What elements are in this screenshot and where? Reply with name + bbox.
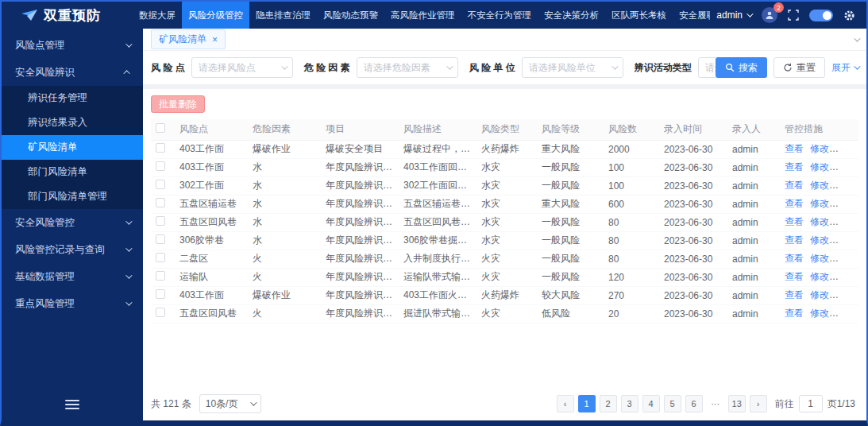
- top-nav-item[interactable]: 安全决策分析: [538, 2, 605, 29]
- page-button[interactable]: 13: [728, 395, 746, 412]
- page-button[interactable]: 6: [685, 395, 703, 412]
- page-button[interactable]: 5: [664, 395, 681, 412]
- fullscreen-icon[interactable]: [788, 10, 799, 21]
- action-edit[interactable]: 修改: [810, 180, 829, 191]
- sidebar-item[interactable]: 辨识任务管理: [2, 86, 143, 110]
- action-edit[interactable]: 修改: [810, 308, 829, 319]
- top-nav-item[interactable]: 高风险作业管理: [384, 2, 461, 29]
- row-actions: 查看修改删除: [780, 286, 858, 304]
- action-view[interactable]: 查看: [785, 234, 804, 246]
- sidebar-group[interactable]: 风险点管理: [2, 32, 143, 59]
- tab-mine-risk-list[interactable]: 矿风险清单 ×: [151, 29, 226, 49]
- row-checkbox[interactable]: [156, 198, 165, 207]
- filter-select[interactable]: 请选择风险点: [191, 57, 293, 78]
- action-view[interactable]: 查看: [785, 143, 804, 154]
- sidebar-item-active[interactable]: 矿风险清单: [2, 135, 143, 160]
- page-size-select[interactable]: 10条/页: [199, 394, 261, 413]
- cell: 水灾: [476, 213, 537, 231]
- page-button[interactable]: 1: [578, 395, 596, 412]
- action-edit[interactable]: 修改: [810, 234, 829, 246]
- cell: 五盘区回风巷掘进...: [399, 213, 476, 231]
- row-actions: 查看修改删除: [780, 268, 858, 286]
- row-checkbox[interactable]: [156, 143, 165, 153]
- cell: 600: [604, 195, 659, 213]
- expand-link[interactable]: 展开: [831, 61, 858, 75]
- select-all-checkbox[interactable]: [156, 123, 165, 133]
- cell: 水: [248, 195, 321, 213]
- action-view[interactable]: 查看: [785, 308, 804, 319]
- row-checkbox[interactable]: [156, 161, 165, 171]
- action-edit[interactable]: 修改: [810, 271, 829, 282]
- top-nav-item[interactable]: 风险动态预警: [317, 2, 384, 29]
- batch-delete-button[interactable]: 批量删除: [151, 95, 205, 113]
- next-page-button[interactable]: ›: [750, 395, 767, 412]
- filter-actions: 搜索 重置 展开: [716, 57, 858, 78]
- row-checkbox[interactable]: [156, 180, 165, 189]
- action-edit[interactable]: 修改: [810, 253, 829, 264]
- action-edit[interactable]: 修改: [810, 198, 829, 209]
- search-button[interactable]: 搜索: [716, 57, 767, 78]
- top-nav-item[interactable]: 区队两长考核: [605, 2, 673, 29]
- avatar[interactable]: 2: [762, 7, 777, 23]
- page-button[interactable]: 4: [642, 395, 660, 412]
- cell: 火: [248, 268, 321, 286]
- sidebar-item[interactable]: 部门风险清单: [2, 160, 143, 184]
- sidebar-item[interactable]: 辨识结果录入: [2, 110, 143, 135]
- sidebar-collapse-button[interactable]: [62, 397, 83, 412]
- select-placeholder: 请选择辨识活动类型: [705, 61, 716, 75]
- theme-toggle[interactable]: [809, 10, 833, 21]
- top-nav-item[interactable]: 风险分级管控: [182, 2, 249, 29]
- table-row: 五盘区辅运巷水年度风险辨识评估...五盘区辅运巷掘进...水灾重大风险60020…: [151, 195, 858, 213]
- action-view[interactable]: 查看: [785, 216, 804, 227]
- row-checkbox[interactable]: [156, 253, 165, 262]
- action-view[interactable]: 查看: [785, 289, 804, 300]
- chevron-down-icon: [611, 63, 618, 69]
- sidebar-group[interactable]: 基础数据管理: [2, 263, 143, 290]
- chevron-down-icon: [446, 63, 453, 69]
- prev-page-button[interactable]: ‹: [557, 395, 574, 412]
- row-checkbox[interactable]: [156, 271, 165, 281]
- sidebar-group[interactable]: 重点风险管理: [2, 290, 143, 317]
- top-header: 双重预防 数据大屏风险分级管控隐患排查治理风险动态预警高风险作业管理不安全行为管…: [2, 2, 866, 29]
- sidebar-group-label: 安全风险管控: [15, 216, 75, 230]
- row-checkbox[interactable]: [156, 308, 165, 317]
- sidebar-item[interactable]: 部门风险清单管理: [2, 184, 143, 209]
- action-view[interactable]: 查看: [785, 271, 804, 282]
- cell: 270: [604, 286, 659, 304]
- top-nav-item[interactable]: 数据大屏: [133, 2, 182, 29]
- row-checkbox[interactable]: [156, 289, 165, 299]
- top-nav-item[interactable]: 不安全行为管理: [461, 2, 538, 29]
- action-edit[interactable]: 修改: [810, 216, 829, 227]
- sidebar-group[interactable]: 安全风险管控: [2, 209, 143, 236]
- action-view[interactable]: 查看: [785, 198, 804, 209]
- goto-page-input[interactable]: [799, 395, 823, 412]
- filter-select[interactable]: 请选择风险单位: [522, 57, 623, 78]
- page-button[interactable]: 2: [600, 395, 617, 412]
- top-nav-item[interactable]: 安全履职考核: [673, 2, 710, 29]
- top-nav-item[interactable]: 隐患排查治理: [249, 2, 317, 29]
- tabbar-menu-button[interactable]: [854, 37, 858, 42]
- action-edit[interactable]: 修改: [810, 161, 829, 172]
- action-view[interactable]: 查看: [785, 161, 804, 172]
- reset-button[interactable]: 重置: [773, 57, 825, 78]
- tab-close-icon[interactable]: ×: [212, 35, 218, 45]
- user-menu[interactable]: admin: [716, 10, 751, 21]
- filter-group: 风 险 点请选择风险点: [151, 57, 293, 78]
- action-edit[interactable]: 修改: [810, 289, 829, 300]
- cell: 403工作面: [175, 286, 248, 304]
- column-header: 录入人: [727, 119, 780, 140]
- sidebar-group[interactable]: 安全风险辨识: [2, 59, 143, 86]
- cell: 80: [604, 250, 659, 268]
- row-checkbox[interactable]: [156, 234, 165, 244]
- action-edit[interactable]: 修改: [810, 143, 829, 154]
- settings-gear-icon[interactable]: [843, 10, 855, 21]
- filter-select[interactable]: 请选择辨识活动类型: [698, 57, 716, 78]
- filter-select[interactable]: 请选择危险因素: [357, 57, 458, 78]
- page-button[interactable]: 3: [621, 395, 638, 412]
- row-checkbox[interactable]: [156, 216, 165, 226]
- cell: admin: [727, 286, 780, 304]
- action-view[interactable]: 查看: [785, 180, 804, 191]
- action-view[interactable]: 查看: [785, 253, 804, 264]
- sidebar-group[interactable]: 风险管控记录与查询: [2, 236, 143, 263]
- cell: 2023-06-30: [659, 286, 727, 304]
